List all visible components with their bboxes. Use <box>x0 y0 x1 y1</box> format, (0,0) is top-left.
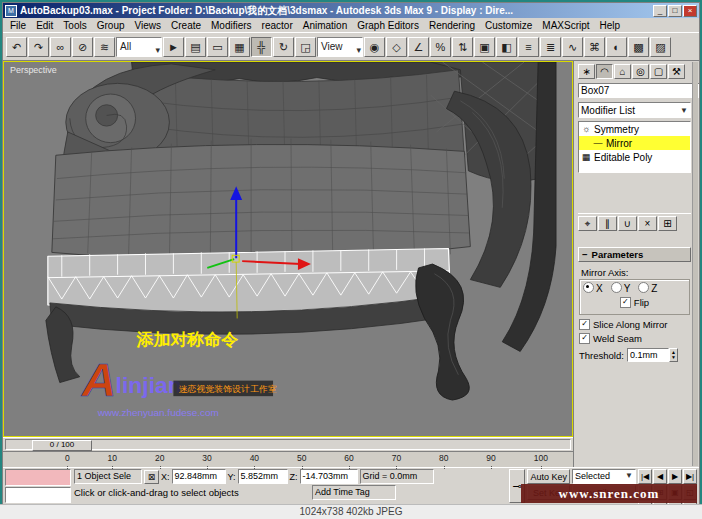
make-unique-button[interactable]: ∪ <box>618 216 637 231</box>
axis-z-radio[interactable]: Z <box>638 282 657 294</box>
menu-item[interactable]: Create <box>166 20 206 31</box>
reference-coordinate-dropdown[interactable]: View <box>317 37 363 57</box>
curve-editor-button[interactable]: ∿ <box>562 37 583 57</box>
go-to-end-button[interactable]: ▶| <box>683 469 697 484</box>
tab-display[interactable]: ▢ <box>650 64 667 79</box>
menu-item[interactable]: Views <box>130 20 167 31</box>
lightbulb-icon[interactable]: ☼ <box>581 124 591 134</box>
layer-manager-button[interactable]: ≣ <box>540 37 561 57</box>
remove-modifier-button[interactable]: × <box>638 216 657 231</box>
menu-item[interactable]: Graph Editors <box>352 20 424 31</box>
modifier-list-dropdown[interactable]: Modifier List ▼ <box>578 102 691 118</box>
maximize-button[interactable]: □ <box>668 5 682 17</box>
quick-render-button[interactable]: ▨ <box>650 37 671 57</box>
axis-x-radio[interactable]: X <box>583 282 603 294</box>
menu-item[interactable]: Modifiers <box>206 20 257 31</box>
threshold-spinner[interactable]: 0.1mm ▲▼ <box>627 348 678 362</box>
checkbox-icon[interactable] <box>579 333 590 344</box>
tab-modify[interactable]: ◠ <box>596 64 613 79</box>
auto-key-button[interactable]: Auto Key <box>527 469 570 484</box>
menu-item[interactable]: Tools <box>58 20 91 31</box>
maxscript-mini-listener[interactable] <box>5 469 71 503</box>
y-coordinate-field[interactable]: 5.852mm <box>238 469 288 484</box>
stack-item-editable-poly[interactable]: ▦ Editable Poly <box>579 150 690 164</box>
x-coordinate-field[interactable]: 92.848mm <box>172 469 226 484</box>
radio-icon[interactable] <box>583 282 594 293</box>
material-editor-button[interactable]: ◐ <box>606 37 627 57</box>
panel-scrollbar[interactable] <box>692 62 698 466</box>
select-and-rotate-button[interactable]: ↻ <box>273 37 294 57</box>
threshold-value[interactable]: 0.1mm <box>627 348 669 362</box>
angle-snap-button[interactable]: ∠ <box>408 37 429 57</box>
bind-to-space-warp-button[interactable]: ≋ <box>94 37 115 57</box>
tab-utilities[interactable]: ⚒ <box>668 64 685 79</box>
checkbox-icon[interactable] <box>579 319 590 330</box>
undo-button[interactable]: ↶ <box>6 37 27 57</box>
menu-item[interactable]: Group <box>92 20 130 31</box>
listener-script-line[interactable] <box>5 487 71 504</box>
named-selection-sets-button[interactable]: ▣ <box>474 37 495 57</box>
time-slider-handle[interactable]: 0 / 100 <box>32 440 92 451</box>
spinner-arrows-icon[interactable]: ▲▼ <box>669 348 678 362</box>
use-center-button[interactable]: ◉ <box>364 37 385 57</box>
minimize-button[interactable]: _ <box>653 5 667 17</box>
prev-frame-button[interactable]: ◀ <box>653 469 667 484</box>
radio-icon[interactable] <box>611 282 622 293</box>
selection-region-button[interactable]: ▭ <box>207 37 228 57</box>
listener-macro-line[interactable] <box>5 469 71 486</box>
unlink-selection-button[interactable]: ⊘ <box>72 37 93 57</box>
parameters-rollout-header[interactable]: Parameters <box>578 247 691 262</box>
time-slider-track[interactable]: 0 / 100 <box>5 439 571 450</box>
select-by-name-button[interactable]: ▤ <box>185 37 206 57</box>
tab-motion[interactable]: ◎ <box>632 64 649 79</box>
track-bar[interactable]: 0102030405060708090100 <box>3 451 573 467</box>
menu-item[interactable]: Edit <box>31 20 58 31</box>
tab-create[interactable]: ∗ <box>578 64 595 79</box>
play-button[interactable]: ▶ <box>668 469 682 484</box>
configure-modifier-button[interactable]: ⊞ <box>658 216 677 231</box>
menu-item[interactable]: Help <box>595 20 626 31</box>
align-button[interactable]: ≡ <box>518 37 539 57</box>
snaps-toggle-button[interactable]: ◇ <box>386 37 407 57</box>
menu-item[interactable]: Customize <box>480 20 537 31</box>
menu-item[interactable]: Animation <box>298 20 352 31</box>
add-time-tag[interactable]: Add Time Tag <box>312 485 396 500</box>
menu-item[interactable]: Rendering <box>424 20 480 31</box>
select-and-link-button[interactable]: ∞ <box>50 37 71 57</box>
select-and-move-button[interactable]: ╬ <box>251 37 272 57</box>
window-crossing-button[interactable]: ▦ <box>229 37 250 57</box>
stack-item-mirror[interactable]: — Mirror <box>579 136 690 150</box>
perspective-viewport[interactable]: 添加对称命令 A linjian 迷恋视觉装饰设计工作室 www.zhenyua… <box>3 61 573 437</box>
axis-y-radio[interactable]: Y <box>611 282 631 294</box>
render-scene-button[interactable]: ▩ <box>628 37 649 57</box>
flip-checkbox[interactable]: Flip <box>583 297 686 308</box>
selection-lock-toggle[interactable]: ⊠ <box>144 470 159 484</box>
stack-item-symmetry[interactable]: ☼ Symmetry <box>579 122 690 136</box>
menu-item[interactable]: MAXScript <box>537 20 594 31</box>
menu-item[interactable]: File <box>5 20 31 31</box>
time-slider[interactable]: 0 / 100 <box>3 437 573 451</box>
z-coordinate-field[interactable]: -14.703mm <box>300 469 358 484</box>
close-button[interactable]: × <box>683 5 697 17</box>
checkbox-icon[interactable] <box>620 297 631 308</box>
schematic-view-button[interactable]: ⌘ <box>584 37 605 57</box>
tab-hierarchy[interactable]: ⌂ <box>614 64 631 79</box>
object-name-field[interactable] <box>578 83 699 98</box>
slice-along-mirror-checkbox[interactable]: Slice Along Mirror <box>579 319 690 330</box>
weld-seam-checkbox[interactable]: Weld Seam <box>579 333 690 344</box>
viewport-canvas[interactable]: 添加对称命令 A linjian 迷恋视觉装饰设计工作室 www.zhenyua… <box>4 62 572 436</box>
viewport-label[interactable]: Perspective <box>10 65 57 75</box>
pin-stack-button[interactable]: ⌖ <box>578 216 597 231</box>
select-object-button[interactable]: ► <box>163 37 184 57</box>
select-and-scale-button[interactable]: ◲ <box>295 37 316 57</box>
redo-button[interactable]: ↷ <box>28 37 49 57</box>
menu-item[interactable]: reactor <box>257 20 298 31</box>
show-end-result-button[interactable]: ∥ <box>598 216 617 231</box>
key-mode-dropdown[interactable]: Selected▼ <box>572 469 636 484</box>
mirror-button[interactable]: ◧ <box>496 37 517 57</box>
spinner-snap-button[interactable]: ⇅ <box>452 37 473 57</box>
percent-snap-button[interactable]: % <box>430 37 451 57</box>
go-to-start-button[interactable]: |◀ <box>638 469 652 484</box>
radio-icon[interactable] <box>638 282 649 293</box>
selection-filter-dropdown[interactable]: All <box>116 37 162 57</box>
